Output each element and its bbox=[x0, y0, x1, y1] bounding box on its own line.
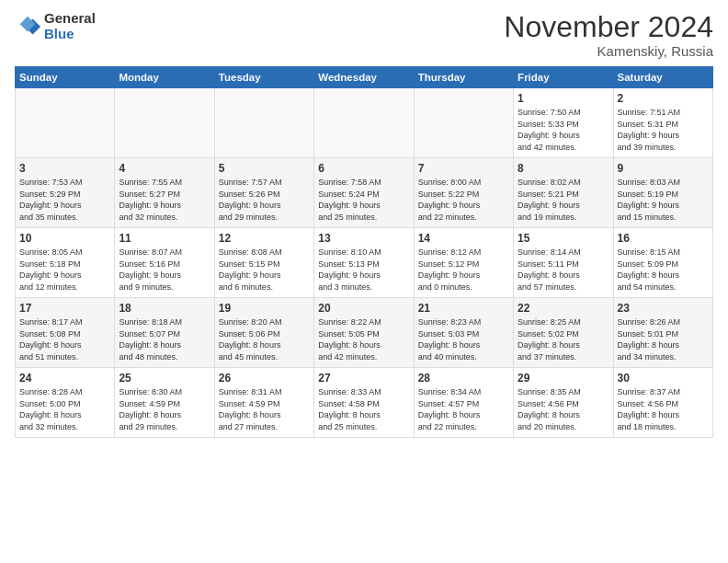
day-detail: Sunrise: 8:02 AM Sunset: 5:21 PM Dayligh… bbox=[518, 177, 609, 223]
calendar-cell: 1Sunrise: 7:50 AM Sunset: 5:33 PM Daylig… bbox=[514, 88, 613, 158]
header-wednesday: Wednesday bbox=[314, 67, 414, 88]
calendar-cell: 13Sunrise: 8:10 AM Sunset: 5:13 PM Dayli… bbox=[314, 228, 414, 298]
calendar-cell: 4Sunrise: 7:55 AM Sunset: 5:27 PM Daylig… bbox=[115, 158, 214, 228]
header-tuesday: Tuesday bbox=[214, 67, 313, 88]
calendar-header: SundayMondayTuesdayWednesdayThursdayFrid… bbox=[16, 67, 713, 88]
calendar-cell: 27Sunrise: 8:33 AM Sunset: 4:58 PM Dayli… bbox=[314, 368, 414, 438]
logo-general-text: General bbox=[44, 11, 96, 27]
calendar-cell: 8Sunrise: 8:02 AM Sunset: 5:21 PM Daylig… bbox=[514, 158, 613, 228]
day-detail: Sunrise: 8:08 AM Sunset: 5:15 PM Dayligh… bbox=[219, 247, 310, 293]
day-number: 11 bbox=[119, 232, 210, 245]
day-number: 17 bbox=[19, 302, 110, 315]
header-friday: Friday bbox=[514, 67, 613, 88]
day-detail: Sunrise: 8:22 AM Sunset: 5:05 PM Dayligh… bbox=[318, 316, 409, 362]
day-number: 22 bbox=[518, 302, 609, 315]
day-detail: Sunrise: 7:53 AM Sunset: 5:29 PM Dayligh… bbox=[19, 177, 110, 223]
logo-blue-text: Blue bbox=[44, 27, 96, 42]
day-number: 8 bbox=[518, 162, 609, 175]
day-detail: Sunrise: 8:10 AM Sunset: 5:13 PM Dayligh… bbox=[318, 247, 409, 293]
day-detail: Sunrise: 8:34 AM Sunset: 4:57 PM Dayligh… bbox=[418, 386, 509, 432]
calendar-cell: 14Sunrise: 8:12 AM Sunset: 5:12 PM Dayli… bbox=[414, 228, 513, 298]
calendar-cell: 21Sunrise: 8:23 AM Sunset: 5:03 PM Dayli… bbox=[414, 298, 513, 368]
calendar-cell: 12Sunrise: 8:08 AM Sunset: 5:15 PM Dayli… bbox=[214, 228, 313, 298]
header-monday: Monday bbox=[115, 67, 214, 88]
calendar-table: SundayMondayTuesdayWednesdayThursdayFrid… bbox=[15, 66, 713, 438]
calendar-cell: 3Sunrise: 7:53 AM Sunset: 5:29 PM Daylig… bbox=[16, 158, 115, 228]
logo: General Blue bbox=[15, 11, 96, 41]
day-detail: Sunrise: 8:37 AM Sunset: 4:56 PM Dayligh… bbox=[618, 386, 709, 432]
day-number: 29 bbox=[518, 372, 609, 385]
day-number: 14 bbox=[418, 232, 509, 245]
calendar-cell: 28Sunrise: 8:34 AM Sunset: 4:57 PM Dayli… bbox=[414, 368, 513, 438]
day-number: 16 bbox=[618, 232, 709, 245]
day-number: 12 bbox=[219, 232, 310, 245]
calendar-cell: 19Sunrise: 8:20 AM Sunset: 5:06 PM Dayli… bbox=[214, 298, 313, 368]
day-number: 21 bbox=[418, 302, 509, 315]
calendar-cell bbox=[414, 88, 513, 158]
day-number: 20 bbox=[318, 302, 409, 315]
day-number: 9 bbox=[618, 162, 709, 175]
logo-text: General Blue bbox=[44, 11, 96, 41]
calendar-cell: 26Sunrise: 8:31 AM Sunset: 4:59 PM Dayli… bbox=[214, 368, 313, 438]
calendar-cell: 25Sunrise: 8:30 AM Sunset: 4:59 PM Dayli… bbox=[115, 368, 214, 438]
day-detail: Sunrise: 7:51 AM Sunset: 5:31 PM Dayligh… bbox=[618, 107, 709, 153]
calendar-cell: 18Sunrise: 8:18 AM Sunset: 5:07 PM Dayli… bbox=[115, 298, 214, 368]
header-sunday: Sunday bbox=[16, 67, 115, 88]
day-number: 5 bbox=[219, 162, 310, 175]
day-detail: Sunrise: 8:33 AM Sunset: 4:58 PM Dayligh… bbox=[318, 386, 409, 432]
day-number: 23 bbox=[618, 302, 709, 315]
calendar-cell bbox=[314, 88, 414, 158]
day-detail: Sunrise: 8:00 AM Sunset: 5:22 PM Dayligh… bbox=[418, 177, 509, 223]
calendar-cell: 20Sunrise: 8:22 AM Sunset: 5:05 PM Dayli… bbox=[314, 298, 414, 368]
title-block: November 2024 Kamenskiy, Russia bbox=[504, 11, 713, 59]
day-detail: Sunrise: 8:05 AM Sunset: 5:18 PM Dayligh… bbox=[19, 247, 110, 293]
day-detail: Sunrise: 8:30 AM Sunset: 4:59 PM Dayligh… bbox=[119, 386, 210, 432]
day-detail: Sunrise: 7:55 AM Sunset: 5:27 PM Dayligh… bbox=[119, 177, 210, 223]
calendar-cell: 9Sunrise: 8:03 AM Sunset: 5:19 PM Daylig… bbox=[613, 158, 712, 228]
calendar-cell: 16Sunrise: 8:15 AM Sunset: 5:09 PM Dayli… bbox=[613, 228, 712, 298]
day-number: 27 bbox=[318, 372, 409, 385]
calendar-body: 1Sunrise: 7:50 AM Sunset: 5:33 PM Daylig… bbox=[16, 88, 713, 438]
month-title: November 2024 bbox=[504, 11, 713, 43]
calendar-cell: 11Sunrise: 8:07 AM Sunset: 5:16 PM Dayli… bbox=[115, 228, 214, 298]
day-detail: Sunrise: 8:25 AM Sunset: 5:02 PM Dayligh… bbox=[518, 316, 609, 362]
day-detail: Sunrise: 8:26 AM Sunset: 5:01 PM Dayligh… bbox=[618, 316, 709, 362]
calendar-cell bbox=[115, 88, 214, 158]
header-saturday: Saturday bbox=[613, 67, 712, 88]
week-row-3: 17Sunrise: 8:17 AM Sunset: 5:08 PM Dayli… bbox=[16, 298, 713, 368]
calendar-cell: 5Sunrise: 7:57 AM Sunset: 5:26 PM Daylig… bbox=[214, 158, 313, 228]
calendar-cell: 6Sunrise: 7:58 AM Sunset: 5:24 PM Daylig… bbox=[314, 158, 414, 228]
calendar-cell bbox=[214, 88, 313, 158]
day-detail: Sunrise: 8:18 AM Sunset: 5:07 PM Dayligh… bbox=[119, 316, 210, 362]
day-detail: Sunrise: 8:12 AM Sunset: 5:12 PM Dayligh… bbox=[418, 247, 509, 293]
week-row-2: 10Sunrise: 8:05 AM Sunset: 5:18 PM Dayli… bbox=[16, 228, 713, 298]
day-number: 25 bbox=[119, 372, 210, 385]
day-detail: Sunrise: 8:23 AM Sunset: 5:03 PM Dayligh… bbox=[418, 316, 509, 362]
day-number: 1 bbox=[518, 92, 609, 105]
day-number: 28 bbox=[418, 372, 509, 385]
day-number: 13 bbox=[318, 232, 409, 245]
day-number: 26 bbox=[219, 372, 310, 385]
header-thursday: Thursday bbox=[414, 67, 513, 88]
calendar-cell: 10Sunrise: 8:05 AM Sunset: 5:18 PM Dayli… bbox=[16, 228, 115, 298]
day-number: 19 bbox=[219, 302, 310, 315]
calendar-cell: 30Sunrise: 8:37 AM Sunset: 4:56 PM Dayli… bbox=[613, 368, 712, 438]
week-row-4: 24Sunrise: 8:28 AM Sunset: 5:00 PM Dayli… bbox=[16, 368, 713, 438]
day-detail: Sunrise: 8:28 AM Sunset: 5:00 PM Dayligh… bbox=[19, 386, 110, 432]
calendar-cell: 17Sunrise: 8:17 AM Sunset: 5:08 PM Dayli… bbox=[16, 298, 115, 368]
calendar-cell: 29Sunrise: 8:35 AM Sunset: 4:56 PM Dayli… bbox=[514, 368, 613, 438]
day-detail: Sunrise: 8:03 AM Sunset: 5:19 PM Dayligh… bbox=[618, 177, 709, 223]
location: Kamenskiy, Russia bbox=[504, 43, 713, 59]
day-number: 24 bbox=[19, 372, 110, 385]
calendar-cell: 23Sunrise: 8:26 AM Sunset: 5:01 PM Dayli… bbox=[613, 298, 712, 368]
day-detail: Sunrise: 8:31 AM Sunset: 4:59 PM Dayligh… bbox=[219, 386, 310, 432]
day-number: 6 bbox=[318, 162, 409, 175]
day-detail: Sunrise: 8:07 AM Sunset: 5:16 PM Dayligh… bbox=[119, 247, 210, 293]
day-detail: Sunrise: 8:20 AM Sunset: 5:06 PM Dayligh… bbox=[219, 316, 310, 362]
day-number: 18 bbox=[119, 302, 210, 315]
day-detail: Sunrise: 7:50 AM Sunset: 5:33 PM Dayligh… bbox=[518, 107, 609, 153]
day-detail: Sunrise: 8:17 AM Sunset: 5:08 PM Dayligh… bbox=[19, 316, 110, 362]
calendar-cell: 22Sunrise: 8:25 AM Sunset: 5:02 PM Dayli… bbox=[514, 298, 613, 368]
day-detail: Sunrise: 8:15 AM Sunset: 5:09 PM Dayligh… bbox=[618, 247, 709, 293]
day-number: 30 bbox=[618, 372, 709, 385]
